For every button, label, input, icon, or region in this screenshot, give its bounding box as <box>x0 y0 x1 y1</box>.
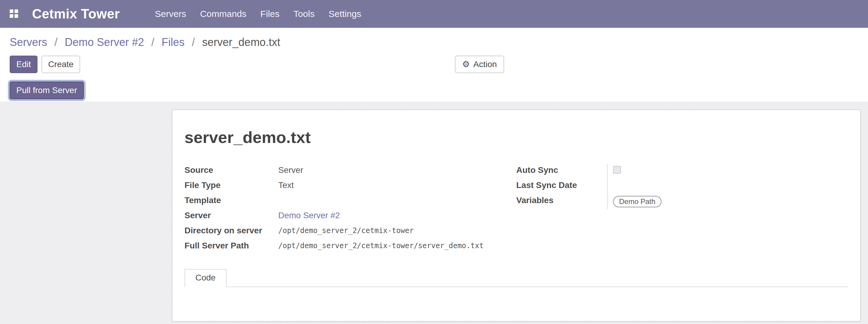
field-label-variables: Variables <box>516 194 607 206</box>
field-value-directory: /opt/demo_server_2/cetmix-tower <box>278 224 414 236</box>
field-label-full-path: Full Server Path <box>185 239 278 252</box>
notebook-tabs: Code <box>185 269 848 287</box>
breadcrumb-separator: / <box>192 36 195 48</box>
field-value-source: Server <box>278 164 303 176</box>
field-value-full-path: /opt/demo_server_2/cetmix-tower/server_d… <box>278 239 484 252</box>
nav-item-servers[interactable]: Servers <box>154 6 187 22</box>
navbar: Cetmix Tower Servers Commands Files Tool… <box>0 0 868 28</box>
field-label-file-type: File Type <box>185 179 278 191</box>
breadcrumb: Servers / Demo Server #2 / Files / serve… <box>0 28 868 53</box>
field-group-left: Source Server File Type Text Template Se… <box>185 164 516 255</box>
breadcrumb-link-demo-server-2[interactable]: Demo Server #2 <box>65 36 144 48</box>
action-menu-label: Action <box>473 56 497 72</box>
field-widget-last-sync-date <box>607 179 848 194</box>
variable-tag-demo-path: Demo Path <box>613 196 661 207</box>
create-button[interactable]: Create <box>41 56 80 73</box>
breadcrumb-separator: / <box>151 36 154 48</box>
edit-button[interactable]: Edit <box>10 56 37 73</box>
field-label-last-sync-date: Last Sync Date <box>516 179 607 191</box>
app-brand[interactable]: Cetmix Tower <box>32 6 120 22</box>
field-widget-auto-sync <box>607 164 848 179</box>
action-menu-button[interactable]: ⚙ Action <box>455 56 504 73</box>
apps-grid-square <box>14 9 18 13</box>
field-row-variables: Variables Demo Path <box>516 194 848 209</box>
apps-grid-icon[interactable] <box>10 9 19 19</box>
field-label-directory: Directory on server <box>185 224 278 236</box>
breadcrumb-separator: / <box>55 36 58 48</box>
field-row-source: Source Server <box>185 164 516 179</box>
tab-code[interactable]: Code <box>185 269 226 287</box>
field-row-full-path: Full Server Path /opt/demo_server_2/cetm… <box>185 239 516 255</box>
apps-grid-square <box>10 14 13 18</box>
nav-item-settings[interactable]: Settings <box>327 6 362 22</box>
field-groups: Source Server File Type Text Template Se… <box>185 164 848 255</box>
navbar-menu: Servers Commands Files Tools Settings <box>154 6 363 22</box>
field-row-server: Server Demo Server #2 <box>185 209 516 224</box>
field-row-directory: Directory on server /opt/demo_server_2/c… <box>185 224 516 239</box>
form-view-background: server_demo.txt Source Server File Type … <box>0 102 868 324</box>
field-label-server: Server <box>185 209 278 221</box>
gear-icon: ⚙ <box>462 60 470 69</box>
form-sheet: server_demo.txt Source Server File Type … <box>172 109 861 322</box>
auto-sync-checkbox[interactable] <box>613 166 621 174</box>
field-label-template: Template <box>185 194 278 206</box>
apps-grid-square <box>14 14 18 18</box>
field-group-right: Auto Sync Last Sync Date Variables <box>516 164 848 255</box>
field-label-auto-sync: Auto Sync <box>516 164 607 176</box>
field-row-last-sync-date: Last Sync Date <box>516 179 848 194</box>
field-row-template: Template <box>185 194 516 209</box>
nav-item-tools[interactable]: Tools <box>292 6 316 22</box>
field-value-file-type: Text <box>278 179 294 191</box>
nav-item-files[interactable]: Files <box>259 6 281 22</box>
page: Cetmix Tower Servers Commands Files Tool… <box>0 0 868 324</box>
record-title: server_demo.txt <box>185 127 848 148</box>
field-row-auto-sync: Auto Sync <box>516 164 848 179</box>
breadcrumb-link-servers[interactable]: Servers <box>10 36 47 48</box>
breadcrumb-link-files[interactable]: Files <box>161 36 185 48</box>
field-widget-variables: Demo Path <box>607 194 848 209</box>
control-panel-buttons: Edit Create ⚙ Action <box>10 56 858 73</box>
tab-code-content <box>185 287 848 319</box>
apps-grid-square <box>10 9 13 13</box>
pull-button-row: Pull from Server <box>10 82 858 102</box>
breadcrumb-current: server_demo.txt <box>202 36 280 48</box>
field-row-file-type: File Type Text <box>185 179 516 194</box>
control-panel: Servers / Demo Server #2 / Files / serve… <box>0 28 868 102</box>
pull-from-server-button[interactable]: Pull from Server <box>10 82 84 99</box>
nav-item-commands[interactable]: Commands <box>199 6 247 22</box>
field-value-server-link[interactable]: Demo Server #2 <box>278 209 340 221</box>
field-label-source: Source <box>185 164 278 176</box>
